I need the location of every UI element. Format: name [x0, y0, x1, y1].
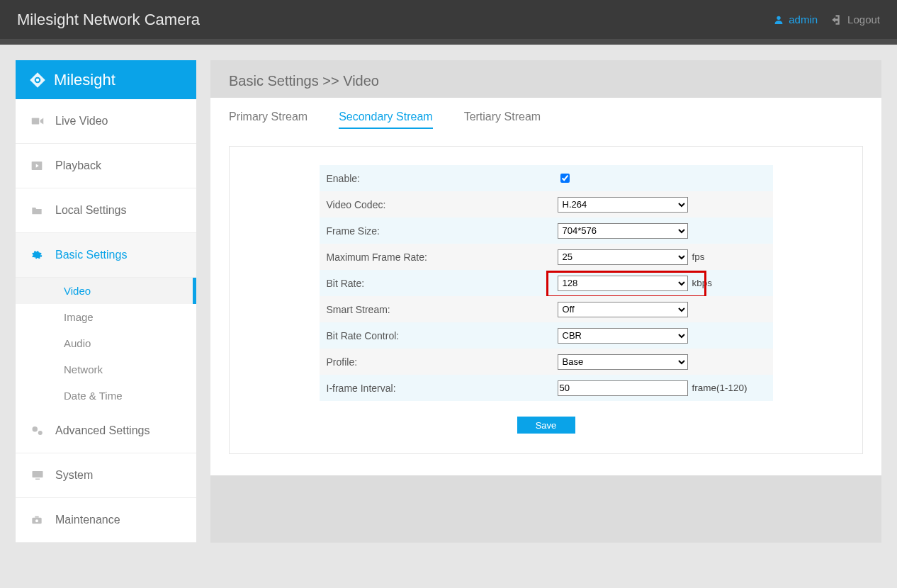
smart-stream-select[interactable]: Off	[558, 302, 688, 317]
logout-button[interactable]: Logout	[830, 13, 880, 26]
sidebar-item-system[interactable]: System	[16, 453, 196, 498]
tab-tertiary-stream[interactable]: Tertiary Stream	[464, 111, 541, 129]
sidebar-item-playback[interactable]: Playback	[16, 144, 196, 188]
svg-rect-11	[35, 516, 38, 518]
video-codec-select[interactable]: H.264	[558, 197, 688, 213]
gears-icon	[31, 425, 45, 436]
nav: Live Video Playback Local Settings Basic…	[16, 99, 196, 543]
tab-label: Secondary Stream	[339, 111, 433, 123]
row-smart-stream: Smart Stream: Off	[320, 296, 773, 322]
header-sub-bar	[0, 39, 897, 45]
logout-icon	[830, 13, 843, 26]
svg-point-0	[777, 16, 781, 19]
sidebar-subitem-video[interactable]: Video	[16, 278, 196, 304]
iframe-interval-input[interactable]	[558, 380, 688, 396]
save-row: Save	[239, 417, 852, 434]
play-icon	[31, 161, 45, 171]
sidebar-item-advanced-settings[interactable]: Advanced Settings	[16, 409, 196, 453]
sidebar-item-live-video[interactable]: Live Video	[16, 99, 196, 144]
sidebar-subitem-image[interactable]: Image	[16, 304, 196, 330]
iframe-unit: frame(1-120)	[692, 383, 748, 393]
svg-rect-7	[33, 471, 43, 477]
user-icon	[773, 14, 784, 26]
label-iframe-interval: I-frame Interval:	[320, 383, 553, 394]
sidebar-item-maintenance[interactable]: Maintenance	[16, 498, 196, 543]
folder-icon	[31, 205, 45, 215]
brand-logo-icon	[28, 71, 47, 89]
current-user[interactable]: admin	[773, 13, 818, 26]
sidebar: Milesight Live Video Playback Local Sett	[16, 60, 196, 543]
label-frame-rate: Maximum Frame Rate:	[320, 251, 553, 263]
label-enable: Enable:	[320, 173, 553, 184]
sidebar-subitem-audio[interactable]: Audio	[16, 330, 196, 356]
app-title: Milesight Network Camera	[17, 11, 200, 29]
sidebar-item-label: Local Settings	[55, 204, 127, 217]
sidebar-item-local-settings[interactable]: Local Settings	[16, 188, 196, 233]
row-frame-rate: Maximum Frame Rate: 25 fps	[320, 244, 773, 270]
bit-rate-control-select[interactable]: CBR	[558, 328, 688, 344]
sidebar-subitem-date-time[interactable]: Date & Time	[16, 383, 196, 409]
save-button[interactable]: Save	[517, 417, 575, 434]
sidebar-item-label: Live Video	[55, 115, 108, 128]
subnav-label: Video	[64, 285, 91, 297]
svg-point-5	[33, 426, 38, 432]
row-profile: Profile: Base	[320, 349, 773, 375]
label-frame-size: Frame Size:	[320, 225, 553, 237]
bit-rate-unit: kbps	[692, 278, 713, 288]
subnav-label: Image	[64, 311, 94, 323]
sidebar-item-label: Advanced Settings	[55, 424, 150, 437]
basic-settings-subnav: Video Image Audio Network Date & Time	[16, 278, 196, 409]
label-smart-stream: Smart Stream:	[320, 304, 553, 315]
sidebar-item-label: Playback	[55, 159, 101, 172]
camera-small-icon	[31, 515, 45, 525]
subnav-label: Audio	[64, 337, 91, 349]
sidebar-item-label: System	[55, 469, 93, 482]
profile-select[interactable]: Base	[558, 354, 688, 370]
monitor-icon	[31, 470, 45, 481]
brand-name: Milesight	[54, 71, 115, 89]
tab-secondary-stream[interactable]: Secondary Stream	[339, 111, 433, 129]
camera-icon	[31, 116, 45, 126]
row-frame-size: Frame Size: 704*576	[320, 217, 773, 244]
sidebar-item-label: Basic Settings	[55, 249, 127, 261]
tab-label: Tertiary Stream	[464, 111, 541, 123]
panel: Primary Stream Secondary Stream Tertiary…	[210, 98, 881, 475]
enable-checkbox[interactable]	[560, 174, 570, 183]
frame-rate-unit: fps	[692, 251, 705, 262]
row-enable: Enable:	[320, 165, 773, 191]
brand: Milesight	[16, 60, 196, 99]
user-label: admin	[789, 13, 818, 26]
sidebar-item-label: Maintenance	[55, 514, 120, 526]
svg-point-6	[38, 431, 43, 435]
svg-point-10	[35, 519, 38, 522]
gear-icon	[31, 249, 45, 261]
frame-rate-select[interactable]: 25	[558, 249, 688, 265]
row-bit-rate-control: Bit Rate Control: CBR	[320, 322, 773, 349]
subnav-label: Network	[64, 363, 103, 375]
svg-rect-8	[35, 479, 40, 480]
subnav-label: Date & Time	[64, 390, 123, 402]
label-bit-rate: Bit Rate:	[320, 278, 553, 289]
tab-primary-stream[interactable]: Primary Stream	[229, 111, 308, 129]
label-profile: Profile:	[320, 356, 553, 368]
bit-rate-select[interactable]: 128	[558, 276, 688, 291]
label-video-codec: Video Codec:	[320, 199, 553, 210]
logout-label: Logout	[847, 13, 880, 26]
svg-point-2	[36, 78, 39, 81]
row-iframe-interval: I-frame Interval: frame(1-120)	[320, 375, 773, 401]
stream-tabs: Primary Stream Secondary Stream Tertiary…	[229, 111, 863, 129]
form-rows: Enable: Video Codec: H.264 Frame Size:	[320, 165, 773, 401]
header-bar: Milesight Network Camera admin Logout	[0, 0, 897, 39]
breadcrumb: Basic Settings >> Video	[210, 60, 881, 98]
content-area: Basic Settings >> Video Primary Stream S…	[210, 60, 881, 543]
row-video-codec: Video Codec: H.264	[320, 191, 773, 217]
frame-size-select[interactable]: 704*576	[558, 223, 688, 239]
svg-rect-3	[32, 118, 40, 125]
header-right: admin Logout	[773, 13, 880, 26]
sidebar-item-basic-settings[interactable]: Basic Settings	[16, 233, 196, 278]
label-bit-rate-control: Bit Rate Control:	[320, 330, 553, 341]
video-form: Enable: Video Codec: H.264 Frame Size:	[229, 146, 863, 454]
sidebar-subitem-network[interactable]: Network	[16, 356, 196, 383]
row-bit-rate: Bit Rate: 128 kbps	[320, 270, 773, 296]
tab-label: Primary Stream	[229, 111, 308, 123]
